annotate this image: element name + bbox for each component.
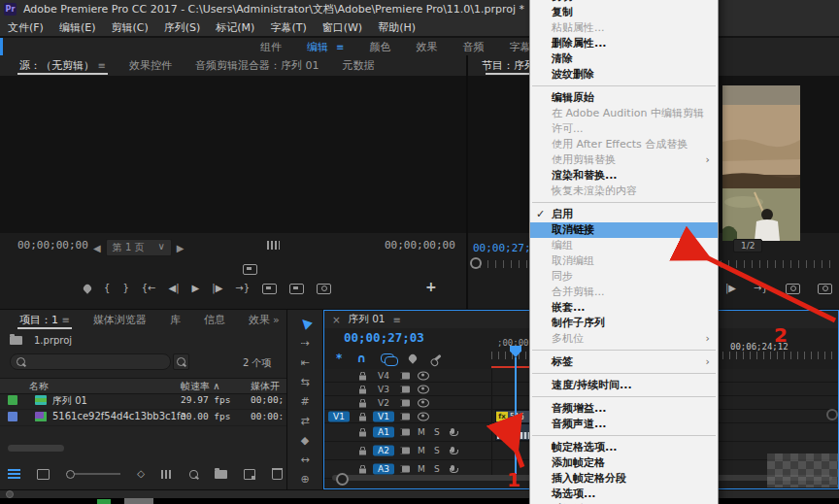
mute-toggle[interactable]: M: [418, 446, 425, 455]
timeline-vertical-scrollbar-knob[interactable]: [826, 409, 838, 420]
mute-toggle[interactable]: M: [418, 464, 425, 474]
mute-toggle[interactable]: M: [418, 427, 425, 437]
page-dropdown-icon[interactable]: ∨: [157, 241, 164, 254]
menu-item-19[interactable]: 同步: [530, 269, 718, 285]
project-list-item[interactable]: 序列 0129.97 fps00;00;: [0, 392, 286, 410]
menu-item-15[interactable]: ✓启用: [530, 207, 718, 222]
track-lock-icon[interactable]: [359, 412, 366, 420]
menu-item-18[interactable]: 取消编组: [530, 253, 718, 269]
workspace-tab-1[interactable]: 编辑≡: [307, 40, 344, 54]
workspace-tab-2[interactable]: 颜色: [369, 40, 390, 54]
menu-item-13[interactable]: 恢复未渲染的内容: [530, 184, 718, 199]
track-lock-icon[interactable]: [359, 398, 366, 407]
menubar-item-2[interactable]: 剪辑(C): [103, 18, 155, 36]
audio-waveform-icon[interactable]: [267, 241, 280, 250]
track-lock-icon[interactable]: [359, 447, 366, 455]
menubar-item-4[interactable]: 标记(M): [208, 18, 262, 36]
menu-item-11[interactable]: 使用剪辑替换›: [530, 152, 718, 168]
step-forward-icon[interactable]: |▶: [212, 283, 222, 294]
voiceover-mic-icon[interactable]: [451, 449, 454, 453]
menu-item-22[interactable]: 制作子序列: [530, 316, 718, 331]
menu-item-4[interactable]: 清除: [530, 51, 718, 67]
rolling-edit-tool[interactable]: ⇆: [297, 376, 313, 388]
step-back-icon[interactable]: ◀|: [169, 283, 180, 294]
column-media-start[interactable]: 媒体开: [251, 380, 280, 393]
button-editor-add-icon[interactable]: +: [425, 279, 437, 294]
overwrite-icon[interactable]: [289, 284, 304, 294]
menu-item-7[interactable]: 编辑原始: [530, 90, 718, 106]
sync-lock-icon[interactable]: [400, 372, 410, 379]
menubar-item-0[interactable]: 文件(F): [0, 18, 51, 36]
project-tab-2[interactable]: 库: [158, 310, 192, 330]
solo-toggle[interactable]: S: [434, 446, 440, 455]
nest-insert-toggle-icon[interactable]: *: [336, 352, 342, 365]
project-tab-1[interactable]: 媒体浏览器: [82, 310, 158, 330]
voiceover-mic-icon[interactable]: [451, 430, 454, 434]
slip-tool[interactable]: ⇄: [297, 415, 313, 427]
timeline-settings-icon[interactable]: [431, 353, 441, 362]
project-list-item[interactable]: 5161ce92f54d4c13bb3c1fe30.00 fps00:00:: [0, 409, 286, 426]
column-framerate[interactable]: 帧速率 ∧: [181, 380, 220, 393]
new-item-icon[interactable]: [244, 469, 256, 480]
delete-icon[interactable]: [272, 468, 283, 480]
project-tab-0[interactable]: 项目：1 ≡: [8, 310, 82, 330]
track-lock-icon[interactable]: [359, 465, 366, 474]
track-name-v2[interactable]: V2: [378, 398, 389, 408]
sync-lock-icon[interactable]: [400, 399, 410, 406]
track-output-eye-icon[interactable]: [418, 398, 429, 407]
menu-item-17[interactable]: 编组: [530, 238, 718, 253]
menu-item-35[interactable]: 场选项...: [530, 487, 718, 502]
track-output-eye-icon[interactable]: [418, 412, 429, 420]
menu-item-5[interactable]: 波纹删除: [530, 67, 718, 83]
menu-item-27[interactable]: 速度/持续时间...: [530, 378, 718, 393]
menubar-item-5[interactable]: 字幕(T): [262, 18, 314, 36]
mark-in-icon[interactable]: {: [104, 283, 110, 294]
track-lock-icon[interactable]: [359, 428, 366, 437]
export-frame-icon[interactable]: [317, 284, 331, 294]
play-icon[interactable]: ▶: [192, 283, 200, 294]
source-tab-1[interactable]: 效果控件: [117, 55, 184, 76]
sync-lock-icon[interactable]: [400, 386, 410, 392]
creative-cloud-icon[interactable]: [6, 490, 14, 498]
ripple-edit-tool[interactable]: ⇤: [297, 356, 313, 369]
linked-selection-icon[interactable]: [381, 353, 394, 363]
panel-menu-icon[interactable]: ≡: [62, 315, 70, 325]
menu-item-20[interactable]: 合并剪辑...: [530, 285, 718, 300]
sync-lock-icon[interactable]: [400, 413, 410, 420]
page-selector-value[interactable]: 第 1 页: [113, 241, 145, 254]
sync-lock-icon[interactable]: [400, 429, 410, 436]
menubar-item-3[interactable]: 序列(S): [156, 18, 209, 36]
menu-item-25[interactable]: 标签›: [530, 354, 718, 370]
program-playhead-knob[interactable]: [470, 257, 482, 269]
sync-lock-icon[interactable]: [400, 448, 410, 454]
insert-icon[interactable]: [262, 284, 277, 294]
sync-lock-icon[interactable]: [400, 466, 410, 473]
menu-item-9[interactable]: 许可...: [530, 121, 718, 137]
workspace-tab-0[interactable]: 组件: [260, 40, 282, 54]
menu-item-21[interactable]: 嵌套...: [530, 300, 718, 316]
pen-tool[interactable]: ◆: [297, 434, 313, 447]
track-name-v4[interactable]: V4: [378, 371, 389, 381]
source-current-timecode[interactable]: 00;00;00;00: [17, 239, 88, 252]
track-name-v1[interactable]: V1: [373, 411, 394, 421]
zoom-level-select[interactable]: 1/2: [733, 239, 762, 252]
mark-out-icon[interactable]: }: [122, 283, 128, 294]
track-lock-icon[interactable]: [359, 371, 366, 380]
menu-item-16[interactable]: 取消链接: [530, 222, 718, 238]
item-name[interactable]: 序列 01: [52, 394, 87, 408]
menu-item-29[interactable]: 音频增益...: [530, 401, 718, 417]
track-name-a1[interactable]: A1: [373, 427, 394, 438]
go-to-in-icon[interactable]: {←: [142, 283, 156, 294]
source-tab-2[interactable]: 音频剪辑混合器：序列 01: [184, 55, 331, 76]
settings-icon[interactable]: [243, 264, 257, 275]
timeline-current-timecode[interactable]: 00;00;27;03: [344, 330, 424, 345]
track-lock-icon[interactable]: [359, 385, 366, 393]
menu-item-23[interactable]: 多机位›: [530, 331, 718, 347]
item-name[interactable]: 5161ce92f54d4c13bb3c1fe: [52, 411, 186, 421]
timeline-scrollbar-knob[interactable]: [336, 473, 349, 486]
lift-icon[interactable]: [786, 284, 800, 294]
project-breadcrumb[interactable]: 1.prproj: [34, 335, 72, 346]
project-horizontal-scrollbar[interactable]: [8, 445, 64, 452]
razor-tool[interactable]: #: [297, 395, 313, 408]
menu-item-8[interactable]: 在 Adobe Audition 中编辑剪辑: [530, 106, 718, 121]
